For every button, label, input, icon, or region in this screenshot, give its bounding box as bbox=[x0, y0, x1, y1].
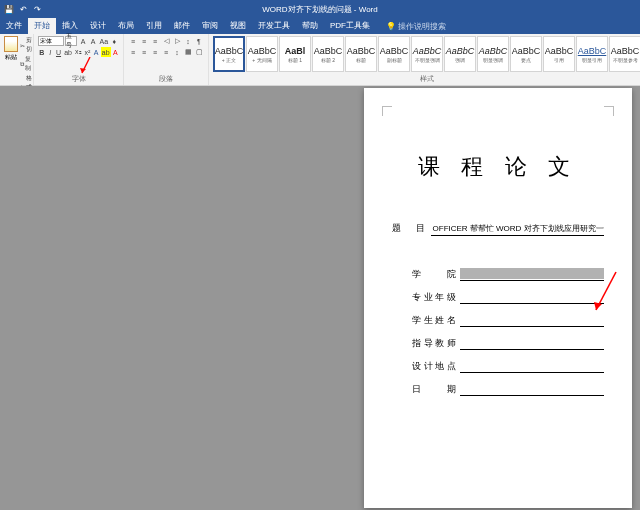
style-item[interactable]: AaBbC要点 bbox=[510, 36, 542, 72]
font-color-button[interactable]: A bbox=[112, 47, 119, 57]
margin-corner-icon bbox=[604, 106, 614, 116]
cut-button[interactable]: ✂剪切 bbox=[20, 36, 32, 54]
copy-button[interactable]: ⧉复制 bbox=[20, 55, 32, 73]
form-underline[interactable] bbox=[460, 269, 604, 281]
tab-references[interactable]: 引用 bbox=[140, 18, 168, 34]
form-row[interactable]: 设计地点 bbox=[412, 360, 604, 373]
style-item[interactable]: AaBbC不明显参考 bbox=[609, 36, 640, 72]
form-label: 学 院 bbox=[412, 268, 456, 281]
form-row[interactable]: 日 期 bbox=[412, 383, 604, 396]
line-spacing-button[interactable]: ↕ bbox=[172, 47, 182, 57]
tab-file[interactable]: 文件 bbox=[0, 18, 28, 34]
copy-icon: ⧉ bbox=[20, 61, 24, 68]
highlight-button[interactable]: ab bbox=[101, 47, 111, 57]
superscript-button[interactable]: x² bbox=[84, 47, 92, 57]
tab-design[interactable]: 设计 bbox=[84, 18, 112, 34]
document-area[interactable]: 课 程 论 文 题 目 OFFICER 帮帮忙 WORD 对齐下划线应用研究一 … bbox=[0, 86, 640, 510]
tab-view[interactable]: 视图 bbox=[224, 18, 252, 34]
change-case-button[interactable]: Aa bbox=[99, 36, 109, 46]
tab-home[interactable]: 开始 bbox=[28, 18, 56, 34]
tab-pdf[interactable]: PDF工具集 bbox=[324, 18, 376, 34]
ribbon: 粘贴 ✂剪切 ⧉复制 ✎格式刷 剪贴板 宋体 五号 A A Aa ♦ B I U bbox=[0, 34, 640, 86]
bold-button[interactable]: B bbox=[38, 47, 45, 57]
tell-me-search[interactable]: 💡操作说明搜索 bbox=[380, 18, 452, 34]
borders-button[interactable]: ▢ bbox=[194, 47, 204, 57]
dec-indent-button[interactable]: ◁ bbox=[161, 36, 171, 46]
form-row[interactable]: 指导教师 bbox=[412, 337, 604, 350]
text-effects-button[interactable]: A bbox=[92, 47, 99, 57]
underline-button[interactable]: U bbox=[55, 47, 62, 57]
window-title: WORD对齐下划线的问题 - Word bbox=[262, 4, 377, 15]
shrink-font-button[interactable]: A bbox=[89, 36, 98, 46]
save-icon[interactable]: 💾 bbox=[4, 4, 14, 14]
redo-icon[interactable]: ↷ bbox=[32, 4, 42, 14]
form-underline[interactable] bbox=[460, 292, 604, 304]
font-name-select[interactable]: 宋体 bbox=[38, 36, 64, 46]
margin-corner-icon bbox=[382, 106, 392, 116]
style-item[interactable]: AaBbC不明显强调 bbox=[411, 36, 443, 72]
tab-developer[interactable]: 开发工具 bbox=[252, 18, 296, 34]
style-item[interactable]: AaBbC引用 bbox=[543, 36, 575, 72]
form-label: 指导教师 bbox=[412, 337, 456, 350]
form-label: 设计地点 bbox=[412, 360, 456, 373]
font-size-select[interactable]: 五号 bbox=[65, 36, 78, 46]
align-center-button[interactable]: ≡ bbox=[139, 47, 149, 57]
tab-review[interactable]: 审阅 bbox=[196, 18, 224, 34]
strike-button[interactable]: ab bbox=[63, 47, 73, 57]
style-item[interactable]: AaBbC标题 2 bbox=[312, 36, 344, 72]
style-item[interactable]: AaBbC+ 无间隔 bbox=[246, 36, 278, 72]
doc-heading[interactable]: 课 程 论 文 bbox=[392, 152, 604, 182]
tab-mailings[interactable]: 邮件 bbox=[168, 18, 196, 34]
italic-button[interactable]: I bbox=[46, 47, 53, 57]
form-underline[interactable] bbox=[460, 384, 604, 396]
group-styles: AaBbC+ 正文AaBbC+ 无间隔AaBl标题 1AaBbC标题 2AaBb… bbox=[209, 34, 640, 85]
align-left-button[interactable]: ≡ bbox=[128, 47, 138, 57]
topic-row[interactable]: 题 目 OFFICER 帮帮忙 WORD 对齐下划线应用研究一 bbox=[392, 222, 604, 236]
group-paragraph: ≡ ≡ ≡ ◁ ▷ ↕ ¶ ≡ ≡ ≡ ≡ ↕ ▦ ▢ 段落 bbox=[124, 34, 209, 85]
subscript-button[interactable]: x₂ bbox=[74, 47, 83, 57]
form-row[interactable]: 专业年级 bbox=[412, 291, 604, 304]
numbering-button[interactable]: ≡ bbox=[139, 36, 149, 46]
show-marks-button[interactable]: ¶ bbox=[194, 36, 204, 46]
grow-font-button[interactable]: A bbox=[78, 36, 87, 46]
form-label: 日 期 bbox=[412, 383, 456, 396]
form-underline[interactable] bbox=[460, 315, 604, 327]
inc-indent-button[interactable]: ▷ bbox=[172, 36, 182, 46]
text-selection bbox=[460, 268, 604, 279]
tab-help[interactable]: 帮助 bbox=[296, 18, 324, 34]
form-label: 专业年级 bbox=[412, 291, 456, 304]
shading-button[interactable]: ▦ bbox=[183, 47, 193, 57]
style-item[interactable]: AaBbC+ 正文 bbox=[213, 36, 245, 72]
bulb-icon: 💡 bbox=[386, 22, 396, 31]
style-item[interactable]: AaBl标题 1 bbox=[279, 36, 311, 72]
topic-label: 题 目 bbox=[392, 222, 431, 235]
style-item[interactable]: AaBbC明显强调 bbox=[477, 36, 509, 72]
form-row[interactable]: 学生姓名 bbox=[412, 314, 604, 327]
group-clipboard: 粘贴 ✂剪切 ⧉复制 ✎格式刷 剪贴板 bbox=[0, 34, 34, 85]
undo-icon[interactable]: ↶ bbox=[18, 4, 28, 14]
align-right-button[interactable]: ≡ bbox=[150, 47, 160, 57]
clear-format-button[interactable]: ♦ bbox=[110, 36, 119, 46]
form-row[interactable]: 学 院 bbox=[412, 268, 604, 281]
form-underline[interactable] bbox=[460, 338, 604, 350]
style-item[interactable]: AaBbC标题 bbox=[345, 36, 377, 72]
sort-button[interactable]: ↕ bbox=[183, 36, 193, 46]
title-bar: 💾 ↶ ↷ WORD对齐下划线的问题 - Word bbox=[0, 0, 640, 18]
form-label: 学生姓名 bbox=[412, 314, 456, 327]
scissors-icon: ✂ bbox=[20, 42, 25, 49]
style-item[interactable]: AaBbC副标题 bbox=[378, 36, 410, 72]
page[interactable]: 课 程 论 文 题 目 OFFICER 帮帮忙 WORD 对齐下划线应用研究一 … bbox=[364, 88, 632, 508]
multilevel-button[interactable]: ≡ bbox=[150, 36, 160, 46]
style-item[interactable]: AaBbC明显引用 bbox=[576, 36, 608, 72]
topic-value[interactable]: OFFICER 帮帮忙 WORD 对齐下划线应用研究一 bbox=[431, 223, 604, 236]
justify-button[interactable]: ≡ bbox=[161, 47, 171, 57]
group-font: 宋体 五号 A A Aa ♦ B I U ab x₂ x² A ab A 字体 bbox=[34, 34, 124, 85]
ribbon-tabs: 文件 开始 插入 设计 布局 引用 邮件 审阅 视图 开发工具 帮助 PDF工具… bbox=[0, 18, 640, 34]
bullets-button[interactable]: ≡ bbox=[128, 36, 138, 46]
paste-icon bbox=[4, 36, 18, 52]
form-underline[interactable] bbox=[460, 361, 604, 373]
style-item[interactable]: AaBbC强调 bbox=[444, 36, 476, 72]
tab-layout[interactable]: 布局 bbox=[112, 18, 140, 34]
